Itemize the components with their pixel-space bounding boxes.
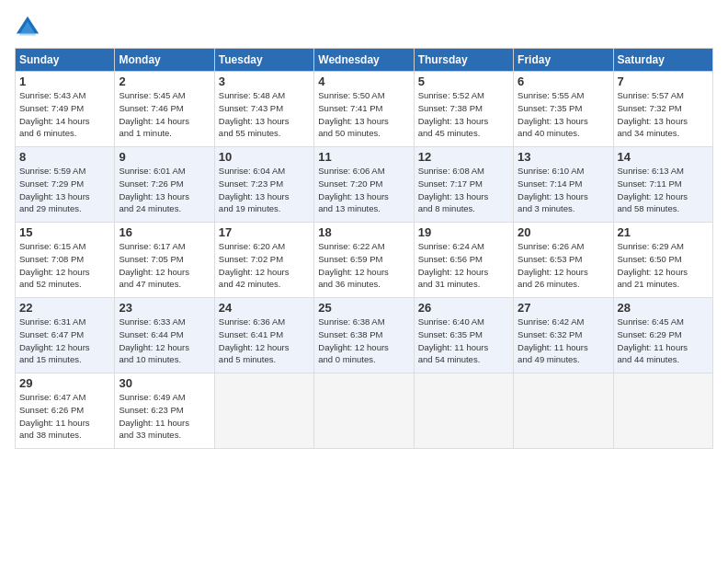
- day-number: 28: [618, 301, 709, 315]
- day-info: Sunrise: 6:36 AM Sunset: 6:41 PM Dayligh…: [219, 316, 310, 366]
- day-info: Sunrise: 6:29 AM Sunset: 6:50 PM Dayligh…: [618, 240, 709, 291]
- calendar-cell: [514, 373, 613, 449]
- calendar-cell: 13Sunrise: 6:10 AM Sunset: 7:14 PM Dayli…: [514, 147, 613, 223]
- day-info: Sunrise: 6:13 AM Sunset: 7:11 PM Dayligh…: [618, 165, 709, 215]
- calendar-cell: 26Sunrise: 6:40 AM Sunset: 6:35 PM Dayli…: [414, 298, 513, 373]
- day-info: Sunrise: 6:38 AM Sunset: 6:38 PM Dayligh…: [318, 316, 409, 366]
- day-number: 11: [318, 150, 409, 164]
- col-header-saturday: Saturday: [613, 49, 712, 72]
- calendar-cell: 17Sunrise: 6:20 AM Sunset: 7:02 PM Dayli…: [214, 223, 313, 298]
- week-row-4: 22Sunrise: 6:31 AM Sunset: 6:47 PM Dayli…: [16, 298, 713, 373]
- col-header-friday: Friday: [514, 49, 613, 72]
- day-number: 9: [119, 150, 210, 164]
- day-info: Sunrise: 6:10 AM Sunset: 7:14 PM Dayligh…: [518, 165, 609, 215]
- calendar-cell: 2Sunrise: 5:45 AM Sunset: 7:46 PM Daylig…: [115, 72, 214, 147]
- week-row-3: 15Sunrise: 6:15 AM Sunset: 7:08 PM Dayli…: [16, 223, 713, 298]
- day-info: Sunrise: 5:57 AM Sunset: 7:32 PM Dayligh…: [618, 89, 709, 140]
- day-number: 1: [19, 75, 110, 88]
- day-info: Sunrise: 6:47 AM Sunset: 6:26 PM Dayligh…: [19, 391, 110, 442]
- day-number: 13: [518, 150, 609, 164]
- col-header-monday: Monday: [115, 49, 214, 72]
- day-info: Sunrise: 6:24 AM Sunset: 6:56 PM Dayligh…: [418, 240, 509, 291]
- day-info: Sunrise: 6:01 AM Sunset: 7:26 PM Dayligh…: [119, 165, 210, 215]
- day-number: 3: [219, 75, 310, 88]
- day-number: 22: [19, 301, 110, 315]
- calendar-cell: 5Sunrise: 5:52 AM Sunset: 7:38 PM Daylig…: [414, 72, 513, 147]
- col-header-tuesday: Tuesday: [214, 49, 313, 72]
- day-info: Sunrise: 6:17 AM Sunset: 7:05 PM Dayligh…: [119, 240, 210, 291]
- day-number: 14: [618, 150, 709, 164]
- day-number: 26: [418, 301, 509, 315]
- col-header-thursday: Thursday: [414, 49, 513, 72]
- day-info: Sunrise: 5:45 AM Sunset: 7:46 PM Dayligh…: [119, 89, 210, 140]
- day-info: Sunrise: 6:04 AM Sunset: 7:23 PM Dayligh…: [219, 165, 310, 215]
- calendar-cell: [613, 373, 712, 449]
- calendar-cell: [314, 373, 414, 449]
- calendar-cell: [414, 373, 513, 449]
- day-number: 27: [518, 301, 609, 315]
- calendar-cell: 9Sunrise: 6:01 AM Sunset: 7:26 PM Daylig…: [115, 147, 214, 223]
- day-info: Sunrise: 6:26 AM Sunset: 6:53 PM Dayligh…: [518, 240, 609, 291]
- day-number: 20: [518, 225, 609, 239]
- calendar-cell: 24Sunrise: 6:36 AM Sunset: 6:41 PM Dayli…: [214, 298, 313, 373]
- day-info: Sunrise: 6:20 AM Sunset: 7:02 PM Dayligh…: [219, 240, 310, 291]
- page: SundayMondayTuesdayWednesdayThursdayFrid…: [0, 0, 728, 563]
- day-info: Sunrise: 6:33 AM Sunset: 6:44 PM Dayligh…: [119, 316, 210, 366]
- calendar-cell: 12Sunrise: 6:08 AM Sunset: 7:17 PM Dayli…: [414, 147, 513, 223]
- day-number: 4: [318, 75, 409, 88]
- day-number: 17: [219, 225, 310, 239]
- calendar-cell: 8Sunrise: 5:59 AM Sunset: 7:29 PM Daylig…: [16, 147, 115, 223]
- calendar-cell: 22Sunrise: 6:31 AM Sunset: 6:47 PM Dayli…: [16, 298, 115, 373]
- day-number: 24: [219, 301, 310, 315]
- day-number: 16: [119, 225, 210, 239]
- day-info: Sunrise: 5:43 AM Sunset: 7:49 PM Dayligh…: [19, 89, 110, 140]
- day-number: 6: [518, 75, 609, 88]
- day-info: Sunrise: 5:48 AM Sunset: 7:43 PM Dayligh…: [219, 89, 310, 140]
- day-number: 12: [418, 150, 509, 164]
- calendar-cell: 16Sunrise: 6:17 AM Sunset: 7:05 PM Dayli…: [115, 223, 214, 298]
- calendar-cell: 20Sunrise: 6:26 AM Sunset: 6:53 PM Dayli…: [514, 223, 613, 298]
- col-header-sunday: Sunday: [16, 49, 115, 72]
- calendar-cell: 7Sunrise: 5:57 AM Sunset: 7:32 PM Daylig…: [613, 72, 712, 147]
- day-number: 19: [418, 225, 509, 239]
- header: [15, 11, 713, 40]
- day-info: Sunrise: 6:45 AM Sunset: 6:29 PM Dayligh…: [618, 316, 709, 366]
- calendar-body: 1Sunrise: 5:43 AM Sunset: 7:49 PM Daylig…: [16, 72, 713, 449]
- day-info: Sunrise: 6:08 AM Sunset: 7:17 PM Dayligh…: [418, 165, 509, 215]
- day-info: Sunrise: 6:42 AM Sunset: 6:32 PM Dayligh…: [518, 316, 609, 366]
- logo: [15, 15, 42, 40]
- calendar-table: SundayMondayTuesdayWednesdayThursdayFrid…: [15, 48, 713, 449]
- day-info: Sunrise: 6:49 AM Sunset: 6:23 PM Dayligh…: [119, 391, 210, 442]
- calendar-cell: 4Sunrise: 5:50 AM Sunset: 7:41 PM Daylig…: [314, 72, 414, 147]
- calendar-cell: 11Sunrise: 6:06 AM Sunset: 7:20 PM Dayli…: [314, 147, 414, 223]
- day-info: Sunrise: 6:06 AM Sunset: 7:20 PM Dayligh…: [318, 165, 409, 215]
- day-number: 25: [318, 301, 409, 315]
- day-info: Sunrise: 6:22 AM Sunset: 6:59 PM Dayligh…: [318, 240, 409, 291]
- calendar-cell: 21Sunrise: 6:29 AM Sunset: 6:50 PM Dayli…: [613, 223, 712, 298]
- calendar-cell: [214, 373, 313, 449]
- day-number: 29: [19, 376, 110, 390]
- day-number: 7: [618, 75, 709, 88]
- calendar-cell: 14Sunrise: 6:13 AM Sunset: 7:11 PM Dayli…: [613, 147, 712, 223]
- week-row-1: 1Sunrise: 5:43 AM Sunset: 7:49 PM Daylig…: [16, 72, 713, 147]
- day-info: Sunrise: 5:55 AM Sunset: 7:35 PM Dayligh…: [518, 89, 609, 140]
- calendar-cell: 28Sunrise: 6:45 AM Sunset: 6:29 PM Dayli…: [613, 298, 712, 373]
- day-info: Sunrise: 6:40 AM Sunset: 6:35 PM Dayligh…: [418, 316, 509, 366]
- calendar-header-row: SundayMondayTuesdayWednesdayThursdayFrid…: [16, 49, 713, 72]
- calendar-cell: 6Sunrise: 5:55 AM Sunset: 7:35 PM Daylig…: [514, 72, 613, 147]
- col-header-wednesday: Wednesday: [314, 49, 414, 72]
- day-number: 10: [219, 150, 310, 164]
- day-number: 21: [618, 225, 709, 239]
- day-number: 23: [119, 301, 210, 315]
- week-row-2: 8Sunrise: 5:59 AM Sunset: 7:29 PM Daylig…: [16, 147, 713, 223]
- day-number: 8: [19, 150, 110, 164]
- day-number: 30: [119, 376, 210, 390]
- calendar-cell: 15Sunrise: 6:15 AM Sunset: 7:08 PM Dayli…: [16, 223, 115, 298]
- week-row-5: 29Sunrise: 6:47 AM Sunset: 6:26 PM Dayli…: [16, 373, 713, 449]
- calendar-cell: 1Sunrise: 5:43 AM Sunset: 7:49 PM Daylig…: [16, 72, 115, 147]
- calendar-cell: 27Sunrise: 6:42 AM Sunset: 6:32 PM Dayli…: [514, 298, 613, 373]
- calendar-cell: 30Sunrise: 6:49 AM Sunset: 6:23 PM Dayli…: [115, 373, 214, 449]
- day-info: Sunrise: 5:59 AM Sunset: 7:29 PM Dayligh…: [19, 165, 110, 215]
- day-info: Sunrise: 5:52 AM Sunset: 7:38 PM Dayligh…: [418, 89, 509, 140]
- day-number: 5: [418, 75, 509, 88]
